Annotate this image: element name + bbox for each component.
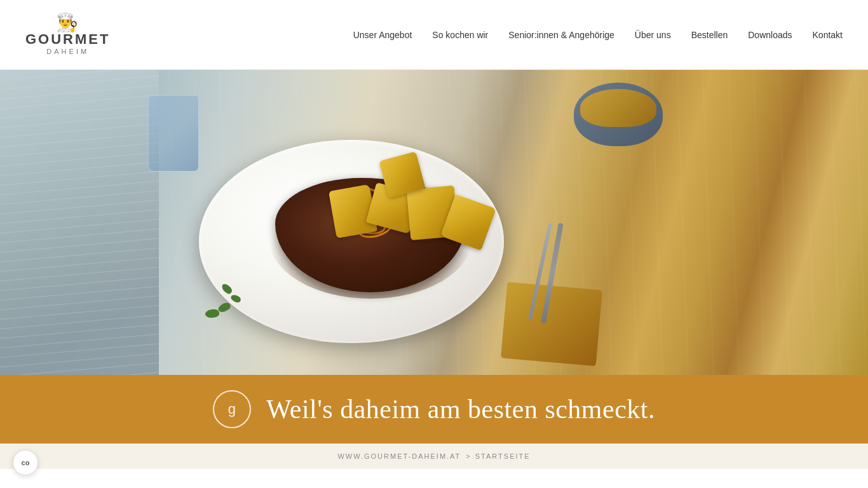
breadcrumb-separator: > [466,452,470,460]
utensils [498,222,574,349]
bowl-content [580,89,656,127]
nav-item-downloads[interactable]: Downloads [748,30,792,40]
hero-background [0,70,868,375]
hero-image [0,70,868,375]
breadcrumb-site[interactable]: WWW.GOURMET-DAHEIM.AT [337,452,461,460]
nav-item-bestellen[interactable]: Bestellen [691,30,728,40]
nav-item-kontakt[interactable]: Kontakt [813,30,843,40]
logo[interactable]: 👨‍🍳 GOURMET DAHEIM [25,14,110,55]
food-display [167,83,612,362]
logo-brand: GOURMET [25,32,110,47]
side-bowl [574,83,663,146]
nav-item-senioren[interactable]: Senior:innen & Angehörige [508,30,614,40]
breadcrumb-page[interactable]: STARTSEITE [475,452,531,460]
table-surface [0,70,159,375]
nav-item-kochen[interactable]: So kochen wir [432,30,488,40]
nav-item-angebot[interactable]: Unser Angebot [353,30,412,40]
water-glass [148,95,199,172]
tagline-banner: g Weil's daheim am besten schmeckt. [0,375,868,444]
cookie-consent-badge[interactable]: co [13,450,38,475]
main-nav: Unser Angebot So kochen wir Senior:innen… [353,30,843,40]
logo-sub: DAHEIM [46,48,89,55]
herb-garnish [205,308,220,319]
fork [541,223,564,324]
cookie-icon: co [22,459,30,466]
banner-logo-icon: g [213,390,251,428]
breadcrumb: WWW.GOURMET-DAHEIM.AT > STARTSEITE [0,444,868,469]
tagline-text: Weil's daheim am besten schmeckt. [266,394,655,424]
nav-item-uber[interactable]: Über uns [635,30,671,40]
site-header: 👨‍🍳 GOURMET DAHEIM Unser Angebot So koch… [0,0,868,70]
logo-icon: 👨‍🍳 [56,14,79,32]
